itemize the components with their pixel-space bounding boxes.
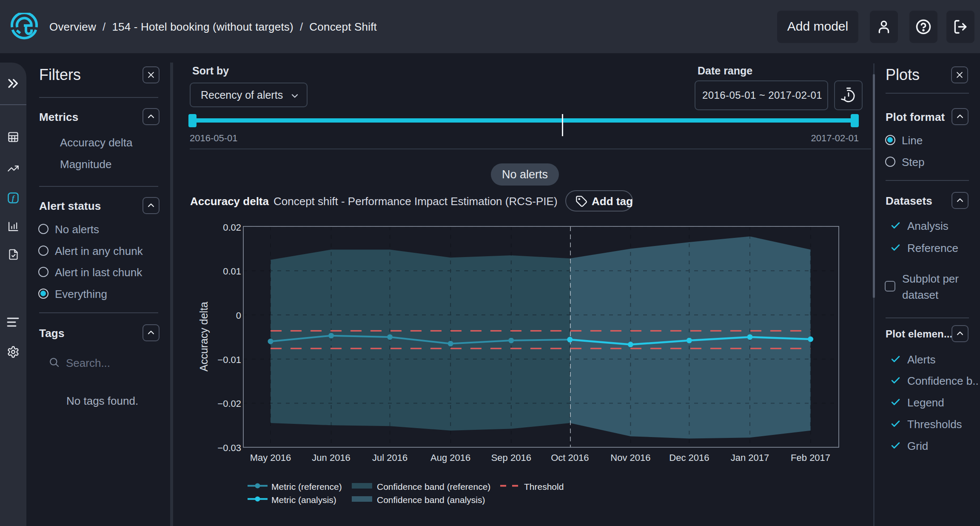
svg-text:Jun 2016: Jun 2016 [312,452,350,463]
svg-text:Oct 2016: Oct 2016 [551,452,589,463]
svg-text:Feb 2017: Feb 2017 [791,452,830,463]
svg-text:Aug 2016: Aug 2016 [430,452,470,463]
svg-text:Dec 2016: Dec 2016 [669,452,709,463]
svg-text:May 2016: May 2016 [250,452,291,463]
svg-text:Confidence band (analysis): Confidence band (analysis) [377,495,485,505]
svg-text:Threshold: Threshold [524,482,564,492]
svg-text:0.01: 0.01 [223,266,241,277]
svg-text:Jul 2016: Jul 2016 [372,452,407,463]
svg-text:Nov 2016: Nov 2016 [610,452,650,463]
svg-text:Metric (reference): Metric (reference) [271,482,342,492]
svg-text:Sep 2016: Sep 2016 [491,452,531,463]
svg-text:Jan 2017: Jan 2017 [731,452,769,463]
svg-text:−0.03: −0.03 [217,443,241,453]
svg-text:Confidence band (reference): Confidence band (reference) [377,482,490,492]
svg-text:Metric (analysis): Metric (analysis) [271,495,336,505]
svg-text:0.02: 0.02 [223,222,241,233]
svg-text:f: f [12,194,15,202]
svg-text:Accuracy delta: Accuracy delta [198,302,210,372]
svg-text:−0.01: −0.01 [217,354,241,365]
svg-text:0: 0 [236,310,241,321]
svg-text:−0.02: −0.02 [217,398,241,409]
